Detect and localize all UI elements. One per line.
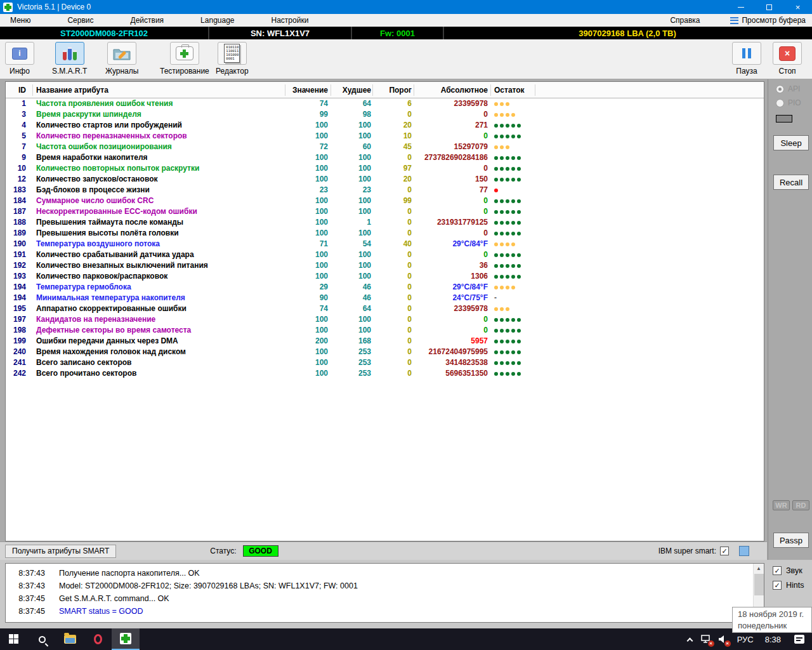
table-row[interactable]: 3Время раскрутки шпинделя999800: [6, 109, 764, 120]
hints-checkbox[interactable]: ✓: [773, 581, 782, 590]
table-row[interactable]: 198Дефектные секторы во время самотеста1…: [6, 325, 764, 336]
victoria-taskbar-button[interactable]: [112, 628, 140, 650]
table-row[interactable]: 7Частота ошибок позиционирования72604515…: [6, 142, 764, 152]
attr-value: 99: [287, 110, 328, 119]
table-row[interactable]: 189Превышения высоты полёта головки10010…: [6, 228, 764, 239]
buffer-view-button[interactable]: Просмотр буфера: [730, 16, 806, 25]
table-row[interactable]: 199Ошибки передачи данных через DMA20016…: [6, 336, 764, 347]
header-absolute[interactable]: Абсолютное: [414, 86, 488, 95]
stop-x-icon: ×: [779, 46, 796, 61]
recall-button[interactable]: Recall: [773, 175, 809, 190]
sound-option[interactable]: ✓ Звук: [773, 566, 802, 575]
table-row[interactable]: 195Аппаратно скорректированные ошибки746…: [6, 303, 764, 314]
scroll-thumb[interactable]: [754, 574, 764, 595]
file-explorer-button[interactable]: [56, 628, 84, 650]
maximize-button[interactable]: [755, 0, 783, 14]
table-row[interactable]: 193Количество парковок/распарковок100100…: [6, 271, 764, 282]
rd-button[interactable]: RD: [792, 500, 809, 510]
table-row[interactable]: 9Время наработки накопителя1001000273782…: [6, 152, 764, 163]
close-button[interactable]: ×: [783, 0, 812, 14]
attr-name: Количество внезапных выключений питания: [36, 261, 208, 270]
table-row[interactable]: 240Время нахождения головок над диском10…: [6, 347, 764, 357]
menu-help[interactable]: Справка: [670, 16, 700, 25]
header-name[interactable]: Название атрибута: [36, 86, 108, 95]
sound-checkbox[interactable]: ✓: [773, 566, 782, 575]
attr-name: Частота ошибок позиционирования: [36, 142, 172, 152]
attr-id: 189: [6, 229, 30, 238]
pause-button[interactable]: Пауза: [732, 42, 761, 76]
attr-value: 100: [287, 207, 328, 216]
attr-threshold: 0: [374, 153, 412, 162]
drive-model[interactable]: ST2000DM008-2FR102: [0, 27, 209, 39]
volume-tray-button[interactable]: ×: [715, 628, 731, 650]
get-smart-attributes-button[interactable]: Получить атрибуты SMART: [5, 545, 116, 558]
table-row[interactable]: 1Частота проявления ошибок чтения7464623…: [6, 98, 764, 109]
menu-item-4[interactable]: Настройки: [272, 16, 309, 25]
header-worst[interactable]: Худшее: [332, 86, 371, 95]
header-id[interactable]: ID: [6, 86, 30, 95]
binary-editor-icon: 010110 110011 101000 0001: [224, 44, 240, 63]
wr-button[interactable]: WR: [773, 500, 790, 510]
menu-item-1[interactable]: Сервис: [67, 16, 93, 25]
table-row[interactable]: 4Количество стартов или пробуждений10010…: [6, 120, 764, 131]
api-radio[interactable]: API: [776, 84, 800, 93]
language-indicator[interactable]: РУС: [731, 635, 759, 644]
table-row[interactable]: 191Количество срабатываний датчика удара…: [6, 249, 764, 260]
table-row[interactable]: 12Количество запусков/остановок100100201…: [6, 174, 764, 185]
taskbar-search-button[interactable]: [28, 628, 56, 650]
header-value[interactable]: Значение: [287, 86, 328, 95]
attr-absolute: 15297079: [414, 142, 488, 152]
smart-button[interactable]: S.M.A.R.T: [52, 42, 87, 76]
pio-radio[interactable]: PIO: [776, 98, 801, 107]
start-button[interactable]: [0, 628, 28, 650]
sleep-button[interactable]: Sleep: [773, 135, 809, 150]
attr-id: 187: [6, 207, 30, 216]
info-icon: i: [12, 48, 27, 60]
info-button[interactable]: i Инфо: [5, 42, 34, 76]
attr-worst: 100: [332, 272, 371, 281]
table-row[interactable]: 197Кандидатов на переназначение10010000: [6, 314, 764, 325]
tray-expand-button[interactable]: [682, 628, 698, 650]
opera-button[interactable]: [84, 628, 112, 650]
menu-item-0[interactable]: Меню: [10, 16, 30, 25]
passp-button[interactable]: Passp: [773, 533, 809, 548]
table-row[interactable]: 183Бэд-блоков в процессе жизни2323077: [6, 185, 764, 196]
editor-button[interactable]: 010110 110011 101000 0001 Редактор: [216, 42, 249, 76]
journals-button[interactable]: Журналы: [105, 42, 138, 76]
table-row[interactable]: 187Нескорректированные ECC-кодом ошибки1…: [6, 206, 764, 217]
ibm-super-smart-checkbox[interactable]: ✓: [720, 547, 729, 555]
header-health[interactable]: Остаток: [494, 86, 525, 95]
attr-health: [494, 207, 545, 216]
clock[interactable]: 8:38: [759, 635, 787, 644]
testing-button[interactable]: Тестирование: [160, 42, 209, 76]
stop-button[interactable]: × Стоп: [773, 42, 802, 76]
attr-absolute: 29°C/84°F: [414, 282, 488, 292]
table-row[interactable]: 188Превышения таймаута после команды1001…: [6, 217, 764, 228]
minimize-button[interactable]: [726, 0, 755, 14]
table-row[interactable]: 192Количество внезапных выключений питан…: [6, 260, 764, 271]
attr-value: 90: [287, 293, 328, 303]
header-threshold[interactable]: Порог: [374, 86, 412, 95]
attr-absolute: 231931779125: [414, 218, 488, 227]
table-row[interactable]: 241Всего записано секторов10025303414823…: [6, 357, 764, 368]
attr-name: Суммарное число ошибок CRC: [36, 196, 154, 206]
table-row[interactable]: 190Температура воздушного потока71544029…: [6, 239, 764, 249]
table-row[interactable]: 184Суммарное число ошибок CRC100100990: [6, 196, 764, 206]
scroll-up-icon[interactable]: ▲: [754, 564, 764, 573]
log-section: 8:37:43Получение паспорта накопителя... …: [0, 560, 812, 628]
menu-item-3[interactable]: Language: [200, 16, 234, 25]
table-row[interactable]: 194Температура гермоблока2946029°C/84°F: [6, 282, 764, 293]
table-row[interactable]: 10Количество повторных попыток раскрутки…: [6, 163, 764, 174]
log-entry: 8:37:45Get S.M.A.R.T. command... OK: [6, 592, 764, 605]
attr-threshold: 0: [374, 207, 412, 216]
table-row[interactable]: 242Всего прочитано секторов1002530569635…: [6, 368, 764, 379]
menu-item-2[interactable]: Действия: [131, 16, 164, 25]
hints-option[interactable]: ✓ Hints: [773, 581, 804, 590]
attr-value: 72: [287, 142, 328, 152]
table-row[interactable]: 194Минимальная температура накопителя904…: [6, 293, 764, 303]
toolbar: i Инфо S.M.A.R.T Журналы Тестиро: [0, 39, 812, 79]
attr-name: Время раскрутки шпинделя: [36, 110, 141, 119]
attr-name: Бэд-блоков в процессе жизни: [36, 185, 150, 195]
network-tray-button[interactable]: ×: [698, 628, 715, 650]
table-row[interactable]: 5Количество переназначенных секторов1001…: [6, 131, 764, 142]
